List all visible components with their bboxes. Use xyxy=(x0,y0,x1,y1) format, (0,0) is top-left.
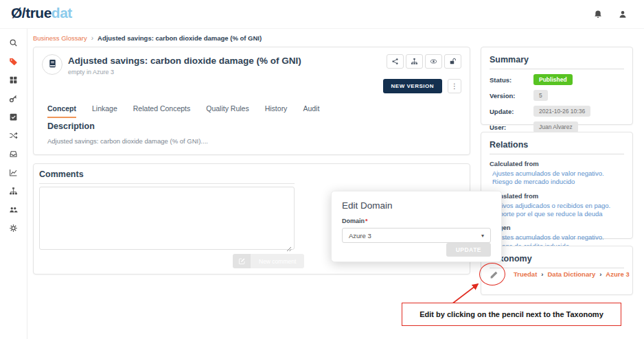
sidebar-item-users[interactable] xyxy=(0,201,27,220)
taxonomy-heading: Taxonomy xyxy=(490,254,624,268)
book-icon xyxy=(47,58,58,71)
truedat-logo[interactable]: Ø/truedat xyxy=(11,5,72,21)
status-badge: Published xyxy=(533,74,573,85)
required-asterisk: * xyxy=(365,218,368,224)
concept-card: Adjusted savings: carbon dioxide damage … xyxy=(33,47,470,155)
chart-line-icon xyxy=(9,167,18,180)
sidebar-item-permissions[interactable] xyxy=(0,90,27,108)
sidebar-item-settings[interactable] xyxy=(0,220,27,238)
new-comment-label: New comment xyxy=(251,254,304,268)
breadcrumb: Business Glossary › Adjusted savings: ca… xyxy=(33,34,262,42)
gear-icon xyxy=(9,223,18,235)
shuffle-icon xyxy=(9,130,18,143)
breadcrumb-current-concept: Adjusted savings: carbon dioxide damage … xyxy=(97,34,262,42)
sitemap-icon xyxy=(9,186,18,198)
sidebar-item-search[interactable] xyxy=(0,34,27,53)
update-badge: 2021-10-26 10:36 xyxy=(533,106,590,117)
concept-avatar xyxy=(42,54,62,75)
tab-concept[interactable]: Concept xyxy=(47,104,76,118)
description-text: Adjusted savings: carbon dioxide damage … xyxy=(47,137,208,145)
lock-button[interactable] xyxy=(444,54,461,69)
concept-subtitle: empty in Azure 3 xyxy=(68,69,114,75)
relation-group-calculated-from: Calculated from xyxy=(490,160,624,167)
more-actions-button[interactable]: ⋮ xyxy=(448,79,461,93)
tab-history[interactable]: History xyxy=(265,104,288,118)
taxonomy-edit-pencil-icon[interactable] xyxy=(490,270,498,279)
sitemap-icon xyxy=(411,56,418,68)
modal-title: Edit Domain xyxy=(342,200,491,211)
relations-heading: Relations xyxy=(490,140,624,154)
search-icon xyxy=(9,38,18,50)
concept-tabs: Concept Linkage Related Concepts Quality… xyxy=(47,104,319,118)
relation-group-translated-from: Translated from xyxy=(490,192,624,200)
top-header: Ø/truedat xyxy=(0,0,644,29)
share-icon xyxy=(391,56,399,68)
resize-handle-icon[interactable] xyxy=(286,242,292,255)
concept-action-buttons xyxy=(387,54,461,69)
summary-panel: Summary Status: Published Version: 5 Upd… xyxy=(481,47,633,125)
relation-link[interactable]: Activos adjudicados o recibidos en pago.… xyxy=(490,202,624,219)
taxonomy-panel: Taxonomy Truedat › Data Dictionary › Azu… xyxy=(481,246,633,295)
taxonomy-link-truedat[interactable]: Truedat xyxy=(514,270,537,278)
annotation-text: Edit by clicking on the pencil next to t… xyxy=(419,310,603,318)
sidebar-nav xyxy=(0,29,27,339)
sidebar-item-catalog[interactable] xyxy=(0,71,27,90)
summary-heading: Summary xyxy=(490,55,624,69)
breadcrumb-separator: › xyxy=(91,34,93,42)
eye-icon xyxy=(430,56,437,68)
update-button[interactable]: UPDATE xyxy=(446,243,491,257)
sidebar-item-quality[interactable] xyxy=(0,108,27,127)
tab-quality-rules[interactable]: Quality Rules xyxy=(206,104,249,118)
tab-linkage[interactable]: Linkage xyxy=(92,104,117,118)
unlock-icon xyxy=(449,56,457,68)
sidebar-item-dashboards[interactable] xyxy=(0,164,27,183)
sidebar-item-connections[interactable] xyxy=(0,127,27,145)
watch-button[interactable] xyxy=(425,54,442,69)
edit-pencil-icon xyxy=(233,254,251,268)
summary-row-update: Update: 2021-10-26 10:36 xyxy=(490,106,624,117)
archive-icon xyxy=(9,149,18,161)
comments-heading: Comments xyxy=(39,170,295,184)
concept-title: Adjusted savings: carbon dioxide damage … xyxy=(68,56,301,66)
taxonomy-link-data-dictionary[interactable]: Data Dictionary xyxy=(547,270,595,278)
grid-icon xyxy=(9,75,18,87)
domain-field-label: Domain* xyxy=(342,218,491,224)
edit-domain-modal: Edit Domain Domain* Azure 3 ▾ UPDATE xyxy=(331,191,502,262)
user-badge: Juan Alvarez xyxy=(533,121,578,132)
logo-owl-mark: Ø/true xyxy=(11,5,51,21)
relations-panel: Relations Calculated from Ajustes acumul… xyxy=(481,132,633,239)
key-icon xyxy=(9,93,18,106)
comment-input[interactable] xyxy=(39,187,295,250)
new-version-button[interactable]: NEW VERSION xyxy=(383,79,442,93)
annotation-callout: Edit by clicking on the pencil next to t… xyxy=(402,303,621,326)
sidebar-item-business-glossary[interactable] xyxy=(0,53,27,71)
chevron-down-icon: ▾ xyxy=(481,233,484,239)
relation-link[interactable]: Ajustes acumulados de valor negativo. Ri… xyxy=(490,170,624,187)
sidebar-item-lineage[interactable] xyxy=(0,183,27,201)
description-heading: Description xyxy=(47,121,95,131)
breadcrumb-business-glossary[interactable]: Business Glossary xyxy=(33,34,87,42)
summary-row-user: User: Juan Alvarez xyxy=(490,121,624,132)
tab-related-concepts[interactable]: Related Concepts xyxy=(133,104,190,118)
summary-row-status: Status: Published xyxy=(490,74,624,85)
domain-select[interactable]: Azure 3 ▾ xyxy=(342,228,491,243)
summary-row-version: Version: 5 xyxy=(490,90,624,101)
domain-select-value: Azure 3 xyxy=(349,232,371,239)
version-badge: 5 xyxy=(533,90,548,101)
users-icon xyxy=(9,204,18,217)
user-icon[interactable] xyxy=(618,10,628,19)
new-comment-button[interactable]: New comment xyxy=(233,254,304,268)
taxonomy-link-azure-3[interactable]: Azure 3 xyxy=(606,270,629,278)
kebab-icon: ⋮ xyxy=(451,82,458,90)
tag-icon xyxy=(9,56,18,69)
check-square-icon xyxy=(9,112,18,124)
bell-icon[interactable] xyxy=(593,10,603,19)
tab-audit[interactable]: Audit xyxy=(303,104,319,118)
sidebar-item-ingests[interactable] xyxy=(0,145,27,164)
relation-group-origin: Origen xyxy=(490,224,624,231)
structure-button[interactable] xyxy=(406,54,423,69)
share-button[interactable] xyxy=(387,54,404,69)
